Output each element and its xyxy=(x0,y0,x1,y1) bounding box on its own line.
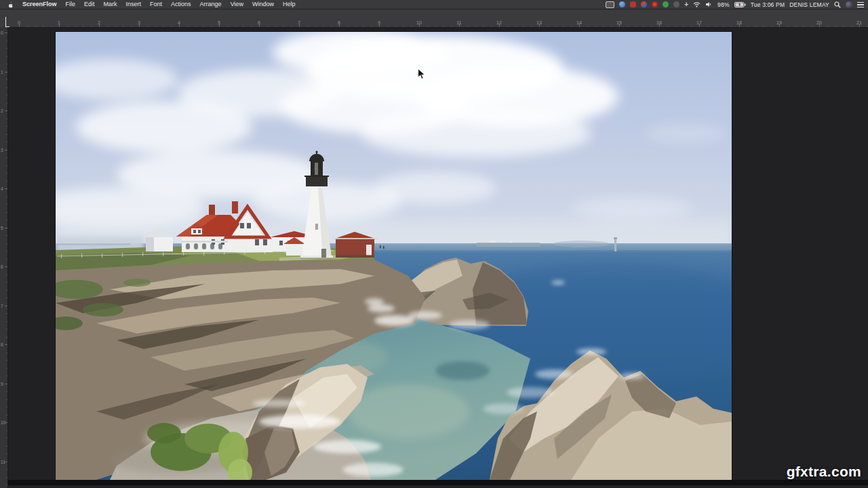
fast-user-switching-name[interactable]: DENIS LEMAY xyxy=(789,1,829,8)
ruler-tick xyxy=(6,329,7,329)
ruler-tick xyxy=(6,259,7,260)
ruler-tick xyxy=(27,26,28,27)
wifi-icon[interactable] xyxy=(693,1,701,7)
ruler-tick xyxy=(6,95,7,96)
horizontal-ruler: 0123456789101112131415161718192021 xyxy=(0,9,868,28)
ruler-tick xyxy=(275,26,276,27)
lantern-gallery xyxy=(306,176,328,186)
ruler-tick xyxy=(6,56,7,57)
plus-icon[interactable]: + xyxy=(684,1,688,7)
ruler-tick xyxy=(5,306,7,306)
record-icon[interactable] xyxy=(652,1,658,7)
volume-icon[interactable] xyxy=(705,1,713,7)
ruler-tick xyxy=(347,26,348,27)
ruler-tick xyxy=(563,26,564,27)
ruler-tick xyxy=(443,26,443,27)
ruler-tick xyxy=(555,26,556,27)
menu-item-font[interactable]: Font xyxy=(150,0,162,9)
chimney xyxy=(232,201,238,214)
ruler-tick xyxy=(6,446,7,447)
ruler-tick xyxy=(5,72,7,73)
ruler-number: 3 xyxy=(1,148,3,152)
ruler-tick xyxy=(699,24,700,27)
menu-item-insert[interactable]: Insert xyxy=(126,0,142,9)
ruler-tick xyxy=(6,368,7,369)
ruler-tick xyxy=(6,251,7,251)
ruler-tick xyxy=(363,26,363,27)
ruler-number: 4 xyxy=(1,186,3,191)
menu-item-file[interactable]: File xyxy=(66,0,76,9)
ruler-tick xyxy=(419,24,420,27)
ruler-tick xyxy=(291,26,292,27)
ruler-tick xyxy=(99,24,100,27)
dark-app-icon[interactable] xyxy=(673,1,679,7)
ruler-tick xyxy=(6,290,7,291)
lighthouse-photo[interactable] xyxy=(56,32,732,480)
ruler-tick xyxy=(715,26,716,27)
tower-door xyxy=(321,249,326,258)
ruler-tick xyxy=(403,26,403,27)
ruler-tick xyxy=(19,24,20,27)
ruler-tick xyxy=(35,26,36,27)
ruler-tick xyxy=(739,24,740,27)
ruler-tick xyxy=(747,26,748,27)
ruler-tick xyxy=(171,26,172,27)
ruler-tick xyxy=(6,352,7,353)
menu-item-actions[interactable]: Actions xyxy=(171,0,191,9)
ruler-tick xyxy=(731,26,732,27)
menu-clock[interactable]: Tue 3:06 PM xyxy=(751,1,785,8)
ruler-tick xyxy=(6,477,7,478)
ruler-tick xyxy=(627,26,628,27)
ruler-tick xyxy=(75,26,76,27)
ruler-tick xyxy=(43,26,43,27)
multicolor-app-icon[interactable] xyxy=(641,1,647,7)
ruler-tick xyxy=(6,438,7,439)
ruler-tick xyxy=(467,26,468,27)
menu-item-view[interactable]: View xyxy=(231,0,243,9)
ruler-tick xyxy=(5,228,7,228)
ruler-tick xyxy=(379,24,380,27)
ruler-tick xyxy=(851,26,852,27)
menu-item-screenflow[interactable]: ScreenFlow xyxy=(22,0,57,9)
ruler-tick xyxy=(515,26,516,27)
display-icon[interactable] xyxy=(606,1,614,8)
ruler-tick xyxy=(91,26,92,27)
ruler-tick xyxy=(427,26,428,27)
ruler-tick xyxy=(819,24,820,27)
spotlight-icon[interactable] xyxy=(834,1,841,8)
apple-menu-icon[interactable] xyxy=(8,1,14,8)
status-area: + 98% Tue 3:06 PM DENIS LEMAY xyxy=(606,1,864,8)
ruler-number: 9 xyxy=(1,382,3,386)
ruler-number: 1 xyxy=(1,70,3,75)
globe-icon[interactable] xyxy=(619,1,625,7)
menu-item-edit[interactable]: Edit xyxy=(84,0,95,9)
ruler-tick xyxy=(611,26,612,27)
ruler-tick xyxy=(195,26,196,27)
menu-bar: ScreenFlowFileEditMarkInsertFontActionsA… xyxy=(0,0,868,9)
ruler-tick xyxy=(6,119,7,119)
ruler-tick xyxy=(123,26,123,27)
ruler-tick xyxy=(571,26,572,27)
ruler-tick xyxy=(6,165,7,166)
green-app-icon[interactable] xyxy=(663,1,669,7)
ruler-tick xyxy=(827,26,828,27)
red-app-icon[interactable] xyxy=(630,1,636,7)
ruler-tick xyxy=(5,150,7,150)
notification-center-icon[interactable] xyxy=(857,2,864,7)
menu-item-help[interactable]: Help xyxy=(283,0,296,9)
ruler-tick xyxy=(235,26,236,27)
ruler-tick xyxy=(459,24,460,27)
ruler-number: 2 xyxy=(1,108,3,113)
ruler-tick xyxy=(779,24,780,27)
ruler-tick xyxy=(251,26,252,27)
ruler-tick xyxy=(5,462,7,462)
ruler-number: 5 xyxy=(1,226,3,230)
bottom-letterbox xyxy=(0,480,868,488)
menu-item-mark[interactable]: Mark xyxy=(104,0,117,9)
menu-item-window[interactable]: Window xyxy=(252,0,274,9)
ruler-tick xyxy=(5,110,7,111)
ruler-playhead-marker[interactable] xyxy=(5,17,6,27)
menu-item-arrange[interactable]: Arrange xyxy=(200,0,222,9)
siri-icon[interactable] xyxy=(846,1,852,8)
ruler-tick xyxy=(283,26,283,27)
